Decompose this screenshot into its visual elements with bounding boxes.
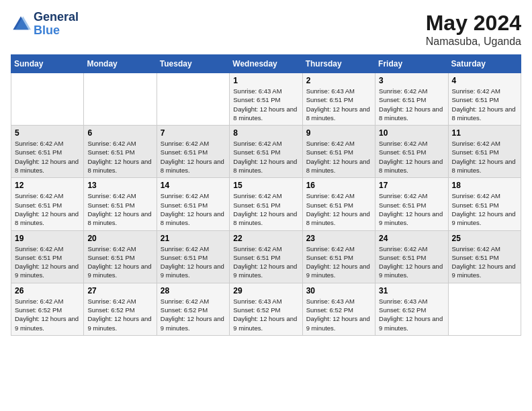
day-info: Sunrise: 6:42 AMSunset: 6:51 PMDaylight:… <box>452 244 517 280</box>
day-number: 21 <box>161 234 226 243</box>
location: Namasuba, Uganda <box>426 36 521 48</box>
logo-text: General Blue <box>34 11 79 38</box>
day-info: Sunrise: 6:42 AMSunset: 6:51 PMDaylight:… <box>306 244 371 280</box>
day-info: Sunrise: 6:42 AMSunset: 6:51 PMDaylight:… <box>161 244 226 280</box>
day-info: Sunrise: 6:42 AMSunset: 6:51 PMDaylight:… <box>161 191 226 227</box>
calendar-cell: 4Sunrise: 6:42 AMSunset: 6:51 PMDaylight… <box>448 73 521 126</box>
calendar-cell: 30Sunrise: 6:43 AMSunset: 6:52 PMDayligh… <box>302 283 375 335</box>
day-info: Sunrise: 6:42 AMSunset: 6:51 PMDaylight:… <box>233 191 298 227</box>
column-header-monday: Monday <box>84 55 157 73</box>
calendar-cell: 7Sunrise: 6:42 AMSunset: 6:51 PMDaylight… <box>157 126 229 178</box>
column-header-sunday: Sunday <box>11 55 84 73</box>
day-number: 17 <box>379 181 444 190</box>
day-number: 1 <box>233 76 298 85</box>
day-number: 18 <box>452 181 517 190</box>
calendar-cell: 6Sunrise: 6:42 AMSunset: 6:51 PMDaylight… <box>84 126 157 178</box>
day-info: Sunrise: 6:42 AMSunset: 6:51 PMDaylight:… <box>379 87 444 122</box>
week-row-4: 19Sunrise: 6:42 AMSunset: 6:51 PMDayligh… <box>11 230 521 283</box>
calendar-cell: 5Sunrise: 6:42 AMSunset: 6:51 PMDaylight… <box>11 126 84 178</box>
calendar-cell: 16Sunrise: 6:42 AMSunset: 6:51 PMDayligh… <box>302 178 375 230</box>
calendar-cell: 15Sunrise: 6:42 AMSunset: 6:51 PMDayligh… <box>230 178 302 230</box>
day-number: 16 <box>306 181 371 190</box>
day-info: Sunrise: 6:42 AMSunset: 6:51 PMDaylight:… <box>379 139 444 175</box>
day-number: 11 <box>452 128 517 138</box>
calendar-cell: 29Sunrise: 6:43 AMSunset: 6:52 PMDayligh… <box>230 283 302 335</box>
calendar-cell: 21Sunrise: 6:42 AMSunset: 6:51 PMDayligh… <box>157 230 229 283</box>
day-number: 3 <box>379 76 444 85</box>
calendar-cell: 17Sunrise: 6:42 AMSunset: 6:51 PMDayligh… <box>375 178 448 230</box>
day-number: 4 <box>452 76 517 85</box>
calendar-cell: 28Sunrise: 6:42 AMSunset: 6:52 PMDayligh… <box>157 283 229 335</box>
day-number: 8 <box>233 128 298 138</box>
day-number: 28 <box>161 286 226 295</box>
calendar-table: SundayMondayTuesdayWednesdayThursdayFrid… <box>11 54 521 336</box>
calendar-cell: 10Sunrise: 6:42 AMSunset: 6:51 PMDayligh… <box>375 126 448 178</box>
day-number: 30 <box>306 286 371 295</box>
calendar-header-row: SundayMondayTuesdayWednesdayThursdayFrid… <box>11 55 521 73</box>
title-block: May 2024 Namasuba, Uganda <box>426 11 521 48</box>
day-number: 6 <box>87 128 152 138</box>
week-row-5: 26Sunrise: 6:42 AMSunset: 6:52 PMDayligh… <box>11 283 521 335</box>
calendar-cell <box>11 73 84 126</box>
day-number: 29 <box>233 286 298 295</box>
day-number: 7 <box>161 128 226 138</box>
day-number: 20 <box>87 234 152 243</box>
week-row-2: 5Sunrise: 6:42 AMSunset: 6:51 PMDaylight… <box>11 126 521 178</box>
column-header-wednesday: Wednesday <box>230 55 302 73</box>
day-info: Sunrise: 6:42 AMSunset: 6:51 PMDaylight:… <box>452 191 517 227</box>
calendar-cell: 2Sunrise: 6:43 AMSunset: 6:51 PMDaylight… <box>302 73 375 126</box>
day-number: 23 <box>306 234 371 243</box>
page-header: General Blue May 2024 Namasuba, Uganda <box>11 11 521 48</box>
day-info: Sunrise: 6:42 AMSunset: 6:51 PMDaylight:… <box>452 139 517 175</box>
day-number: 10 <box>379 128 444 138</box>
calendar-cell: 23Sunrise: 6:42 AMSunset: 6:51 PMDayligh… <box>302 230 375 283</box>
calendar-cell: 22Sunrise: 6:42 AMSunset: 6:51 PMDayligh… <box>230 230 302 283</box>
day-number: 24 <box>379 234 444 243</box>
calendar-cell: 11Sunrise: 6:42 AMSunset: 6:51 PMDayligh… <box>448 126 521 178</box>
day-info: Sunrise: 6:42 AMSunset: 6:52 PMDaylight:… <box>15 297 80 332</box>
calendar-cell <box>448 283 521 335</box>
calendar-cell: 1Sunrise: 6:43 AMSunset: 6:51 PMDaylight… <box>230 73 302 126</box>
month-title: May 2024 <box>426 11 521 36</box>
column-header-friday: Friday <box>375 55 448 73</box>
day-number: 9 <box>306 128 371 138</box>
day-info: Sunrise: 6:42 AMSunset: 6:52 PMDaylight:… <box>161 297 226 332</box>
day-info: Sunrise: 6:42 AMSunset: 6:51 PMDaylight:… <box>15 191 80 227</box>
calendar-cell: 27Sunrise: 6:42 AMSunset: 6:52 PMDayligh… <box>84 283 157 335</box>
day-number: 12 <box>15 181 80 190</box>
column-header-tuesday: Tuesday <box>157 55 229 73</box>
calendar-cell: 26Sunrise: 6:42 AMSunset: 6:52 PMDayligh… <box>11 283 84 335</box>
day-info: Sunrise: 6:42 AMSunset: 6:51 PMDaylight:… <box>306 139 371 175</box>
calendar-cell: 18Sunrise: 6:42 AMSunset: 6:51 PMDayligh… <box>448 178 521 230</box>
column-header-thursday: Thursday <box>302 55 375 73</box>
calendar-cell: 19Sunrise: 6:42 AMSunset: 6:51 PMDayligh… <box>11 230 84 283</box>
day-info: Sunrise: 6:42 AMSunset: 6:51 PMDaylight:… <box>452 87 517 122</box>
calendar-cell: 3Sunrise: 6:42 AMSunset: 6:51 PMDaylight… <box>375 73 448 126</box>
day-info: Sunrise: 6:42 AMSunset: 6:51 PMDaylight:… <box>87 139 152 175</box>
day-info: Sunrise: 6:43 AMSunset: 6:51 PMDaylight:… <box>306 87 371 122</box>
calendar-cell: 9Sunrise: 6:42 AMSunset: 6:51 PMDaylight… <box>302 126 375 178</box>
calendar-cell <box>157 73 229 126</box>
day-number: 14 <box>161 181 226 190</box>
day-info: Sunrise: 6:42 AMSunset: 6:51 PMDaylight:… <box>379 244 444 280</box>
day-number: 5 <box>15 128 80 138</box>
day-number: 13 <box>87 181 152 190</box>
day-info: Sunrise: 6:43 AMSunset: 6:51 PMDaylight:… <box>233 87 298 122</box>
day-number: 31 <box>379 286 444 295</box>
day-info: Sunrise: 6:43 AMSunset: 6:52 PMDaylight:… <box>379 297 444 332</box>
calendar-cell: 20Sunrise: 6:42 AMSunset: 6:51 PMDayligh… <box>84 230 157 283</box>
day-info: Sunrise: 6:42 AMSunset: 6:51 PMDaylight:… <box>379 191 444 227</box>
logo: General Blue <box>11 11 79 38</box>
week-row-1: 1Sunrise: 6:43 AMSunset: 6:51 PMDaylight… <box>11 73 521 126</box>
day-info: Sunrise: 6:42 AMSunset: 6:51 PMDaylight:… <box>306 191 371 227</box>
day-number: 22 <box>233 234 298 243</box>
day-info: Sunrise: 6:42 AMSunset: 6:51 PMDaylight:… <box>87 191 152 227</box>
day-info: Sunrise: 6:42 AMSunset: 6:51 PMDaylight:… <box>15 244 80 280</box>
calendar-cell: 14Sunrise: 6:42 AMSunset: 6:51 PMDayligh… <box>157 178 229 230</box>
calendar-cell: 24Sunrise: 6:42 AMSunset: 6:51 PMDayligh… <box>375 230 448 283</box>
column-header-saturday: Saturday <box>448 55 521 73</box>
day-number: 26 <box>15 286 80 295</box>
logo-icon <box>11 14 31 34</box>
day-number: 27 <box>87 286 152 295</box>
calendar-cell: 31Sunrise: 6:43 AMSunset: 6:52 PMDayligh… <box>375 283 448 335</box>
